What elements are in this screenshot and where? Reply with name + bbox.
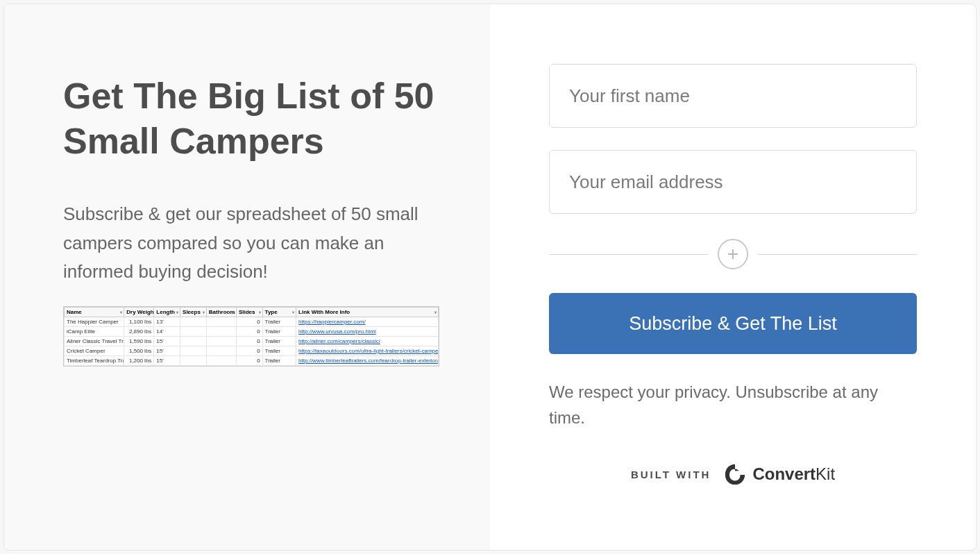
subheadline: Subscribe & get our spreadsheet of 50 sm…	[63, 200, 448, 287]
convertkit-logo: ConvertKit	[723, 462, 835, 486]
table-row: Timberleaf Teardrop Trailer1,200 lbs15'0…	[65, 355, 439, 365]
divider: +	[549, 239, 917, 269]
col-header: Sleeps	[180, 307, 207, 317]
col-header: Length	[154, 307, 180, 317]
headline: Get The Big List of 50 Small Campers	[63, 74, 448, 164]
first-name-input[interactable]	[549, 64, 917, 128]
built-with-label: BUILT WITH	[631, 469, 711, 480]
divider-line	[549, 254, 708, 255]
table-row: Cricket Camper1,500 lbs15'0Trailerhttps:…	[65, 346, 439, 355]
convertkit-logo-icon	[723, 462, 747, 486]
email-input[interactable]	[549, 150, 917, 214]
built-with-link[interactable]: BUILT WITH ConvertKit	[549, 462, 917, 486]
privacy-text: We respect your privacy. Unsubscribe at …	[549, 379, 917, 430]
add-field-button[interactable]: +	[718, 239, 748, 269]
table-row: iCamp Elite2,890 lbs14'0Trailerhttp://ww…	[65, 326, 439, 336]
signup-card: Get The Big List of 50 Small Campers Sub…	[3, 3, 977, 551]
col-header: Type	[262, 307, 296, 317]
subscribe-button[interactable]: Subscribe & Get The List	[549, 293, 917, 354]
col-header: Bathroom	[206, 307, 236, 317]
col-header: Slides	[236, 307, 262, 317]
spreadsheet-preview-image: Name Dry Weight Length Sleeps Bathroom S…	[63, 306, 439, 367]
col-header: Link With More Info	[296, 307, 439, 317]
plus-icon: +	[727, 244, 738, 264]
right-panel: + Subscribe & Get The List We respect yo…	[490, 4, 976, 550]
divider-line	[758, 254, 917, 255]
table-row: Aliner Classic Travel Trailer1,590 lbs15…	[65, 336, 439, 346]
table-row: The Happier Camper1,100 lbs13'0Trailerht…	[65, 317, 439, 326]
spreadsheet-header-row: Name Dry Weight Length Sleeps Bathroom S…	[65, 307, 439, 317]
col-header: Dry Weight	[124, 307, 154, 317]
col-header: Name	[65, 307, 124, 317]
left-panel: Get The Big List of 50 Small Campers Sub…	[4, 4, 490, 550]
convertkit-wordmark: ConvertKit	[752, 464, 835, 484]
